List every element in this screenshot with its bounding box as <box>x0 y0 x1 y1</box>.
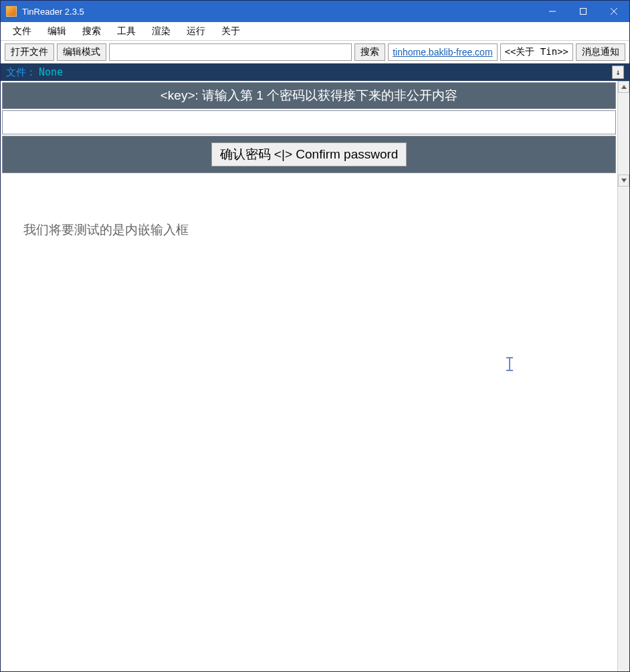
titlebar: TinReader 2.3.5 <box>1 1 629 22</box>
notifications-button[interactable]: 消息通知 <box>576 43 625 61</box>
password-input-row[interactable] <box>2 110 616 134</box>
content-area: <key>: 请输入第 1 个密码以获得接下来的非公开内容 确认密码 <|> C… <box>1 81 629 671</box>
chevron-down-icon <box>621 179 627 183</box>
text-cursor-icon <box>506 358 513 371</box>
maximize-icon <box>580 8 587 15</box>
minimize-button[interactable] <box>537 1 568 22</box>
key-prompt-text: <key>: 请输入第 1 个密码以获得接下来的非公开内容 <box>161 87 457 104</box>
chevron-up-icon <box>621 85 627 89</box>
about-tin-box[interactable]: <<关于 Tin>> <box>500 43 573 61</box>
menu-render[interactable]: 渲染 <box>144 23 179 40</box>
toolbar: 打开文件 编辑模式 搜索 tinhome.baklib-free.com <<关… <box>1 41 629 64</box>
window-controls <box>537 1 629 22</box>
edit-mode-button[interactable]: 编辑模式 <box>57 43 106 61</box>
svg-rect-1 <box>581 9 587 15</box>
confirm-row: 确认密码 <|> Confirm password <box>2 136 616 173</box>
scroll-up-button[interactable] <box>618 81 629 93</box>
app-icon <box>6 6 17 17</box>
menu-run[interactable]: 运行 <box>179 23 213 40</box>
window-title: TinReader 2.3.5 <box>22 7 84 17</box>
search-input[interactable] <box>109 43 352 61</box>
filebar: 文件： None ↓ <box>1 64 629 81</box>
scroll-down-button[interactable]: ↓ <box>612 66 624 79</box>
search-button[interactable]: 搜索 <box>354 43 385 61</box>
content-scroll: <key>: 请输入第 1 个密码以获得接下来的非公开内容 确认密码 <|> C… <box>1 81 617 671</box>
minimize-icon <box>549 8 556 15</box>
key-prompt-banner: <key>: 请输入第 1 个密码以获得接下来的非公开内容 <box>2 82 616 109</box>
svg-marker-4 <box>621 85 627 89</box>
vertical-scrollbar[interactable] <box>617 81 629 671</box>
menu-tools[interactable]: 工具 <box>109 23 144 40</box>
scroll-down-button-inner[interactable] <box>618 175 629 187</box>
open-file-button[interactable]: 打开文件 <box>5 43 54 61</box>
maximize-button[interactable] <box>568 1 599 22</box>
file-name: None <box>39 66 63 78</box>
paragraph-text: 我们将要测试的是内嵌输入框 <box>23 223 189 237</box>
arrow-down-icon: ↓ <box>615 68 620 77</box>
menu-file[interactable]: 文件 <box>5 23 39 40</box>
file-label: 文件： <box>6 66 36 79</box>
close-icon <box>611 8 617 15</box>
menu-edit[interactable]: 编辑 <box>39 23 74 40</box>
confirm-password-button[interactable]: 确认密码 <|> Confirm password <box>211 142 407 166</box>
close-button[interactable] <box>599 1 629 22</box>
home-link[interactable]: tinhome.baklib-free.com <box>388 43 497 61</box>
menubar: 文件 编辑 搜索 工具 渲染 运行 关于 <box>1 22 629 41</box>
menu-about[interactable]: 关于 <box>213 23 248 40</box>
svg-marker-5 <box>621 179 627 183</box>
body-text: 我们将要测试的是内嵌输入框 <box>1 175 617 286</box>
menu-search[interactable]: 搜索 <box>74 23 109 40</box>
